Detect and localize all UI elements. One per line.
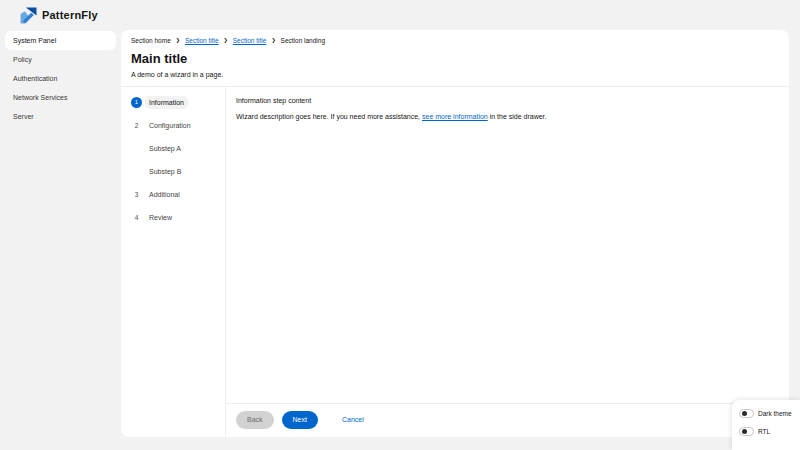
- breadcrumb: Section home ❯ Section title ❯ Section t…: [131, 37, 779, 44]
- step-number-badge: 4: [131, 212, 142, 223]
- step-content-heading: Information step content: [236, 97, 779, 104]
- step-number-badge: 1: [131, 97, 142, 108]
- step-number-badge: 2: [131, 120, 142, 131]
- step-label: Additional: [145, 188, 184, 201]
- rtl-toggle-row: RTL: [739, 427, 800, 436]
- page-subtitle: A demo of a wizard in a page.: [131, 71, 779, 78]
- description-text-before: Wizard description goes here. If you nee…: [236, 113, 422, 120]
- rtl-switch[interactable]: [739, 427, 754, 436]
- sidebar-item-policy[interactable]: Policy: [5, 50, 116, 69]
- step-label: Configuration: [145, 119, 195, 132]
- patternfly-logo-icon: [20, 7, 37, 24]
- step-label: Information: [145, 96, 188, 109]
- sidebar-item-network-services[interactable]: Network Services: [5, 88, 116, 107]
- wizard-main: Information step content Wizard descript…: [226, 87, 789, 437]
- sidebar-item-system-panel[interactable]: System Panel: [5, 31, 116, 50]
- theme-settings-panel: Dark theme RTL: [732, 400, 800, 450]
- sidebar-item-authentication[interactable]: Authentication: [5, 69, 116, 88]
- sidebar: System Panel Policy Authentication Netwo…: [0, 30, 121, 126]
- step-label: Substep A: [145, 142, 185, 155]
- page-header: Section home ❯ Section title ❯ Section t…: [121, 30, 789, 86]
- wizard-step-review[interactable]: 4 Review: [121, 206, 225, 229]
- back-button[interactable]: Back: [236, 411, 274, 429]
- switch-knob-icon: [742, 429, 747, 434]
- cancel-button[interactable]: Cancel: [334, 411, 372, 429]
- brand[interactable]: PatternFly: [20, 7, 98, 24]
- step-label: Review: [145, 211, 176, 224]
- wizard-footer: Back Next Cancel: [226, 403, 789, 437]
- wizard-step-configuration[interactable]: 2 Configuration: [121, 114, 225, 137]
- wizard-step-additional[interactable]: 3 Additional: [121, 183, 225, 206]
- wizard-step-information[interactable]: 1 Information: [121, 91, 225, 114]
- step-number-badge: [131, 143, 142, 154]
- page: { "masthead": { "brand": "PatternFly" },…: [0, 0, 800, 450]
- dark-theme-label: Dark theme: [758, 410, 792, 417]
- wizard-substep-a[interactable]: Substep A: [121, 137, 225, 160]
- dark-theme-toggle-row: Dark theme: [739, 409, 800, 418]
- breadcrumb-link-section-title-2[interactable]: Section title: [233, 37, 267, 44]
- breadcrumb-item-section-home[interactable]: Section home: [131, 37, 171, 44]
- wizard-substep-b[interactable]: Substep B: [121, 160, 225, 183]
- masthead: PatternFly: [0, 0, 800, 30]
- chevron-right-icon: ❯: [176, 38, 180, 43]
- rtl-label: RTL: [758, 428, 770, 435]
- main-content-card: Section home ❯ Section title ❯ Section t…: [121, 30, 789, 437]
- step-label: Substep B: [145, 165, 185, 178]
- breadcrumb-item-current: Section landing: [281, 37, 325, 44]
- brand-name: PatternFly: [42, 9, 98, 21]
- step-number-badge: [131, 166, 142, 177]
- see-more-information-link[interactable]: see more information: [422, 113, 488, 120]
- step-content-description: Wizard description goes here. If you nee…: [236, 113, 779, 120]
- page-title: Main title: [131, 51, 779, 66]
- switch-knob-icon: [742, 411, 747, 416]
- chevron-right-icon: ❯: [271, 38, 275, 43]
- breadcrumb-link-section-title-1[interactable]: Section title: [185, 37, 219, 44]
- dark-theme-switch[interactable]: [739, 409, 754, 418]
- chevron-right-icon: ❯: [224, 38, 228, 43]
- step-number-badge: 3: [131, 189, 142, 200]
- wizard: 1 Information 2 Configuration Substep A …: [121, 86, 789, 437]
- wizard-nav: 1 Information 2 Configuration Substep A …: [121, 87, 226, 437]
- sidebar-item-server[interactable]: Server: [5, 107, 116, 126]
- next-button[interactable]: Next: [282, 411, 318, 429]
- wizard-step-content: Information step content Wizard descript…: [226, 87, 789, 403]
- description-text-after: in the side drawer.: [488, 113, 547, 120]
